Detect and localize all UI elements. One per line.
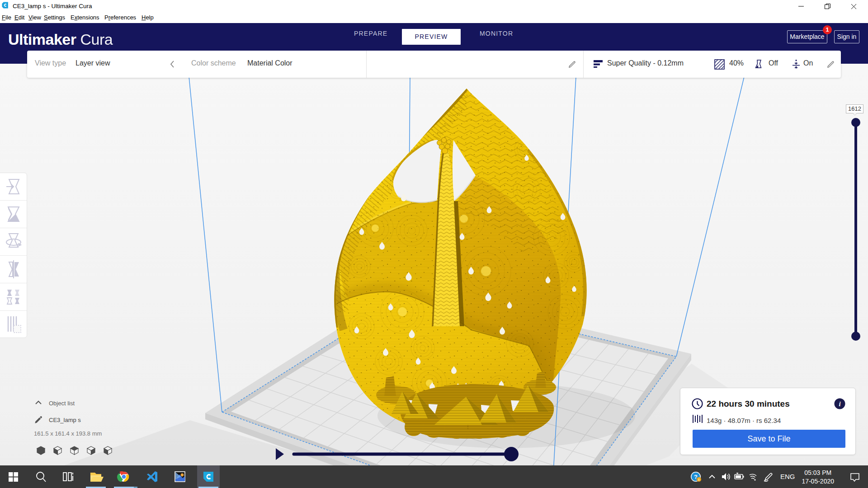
svg-text:i: i (698, 478, 699, 482)
